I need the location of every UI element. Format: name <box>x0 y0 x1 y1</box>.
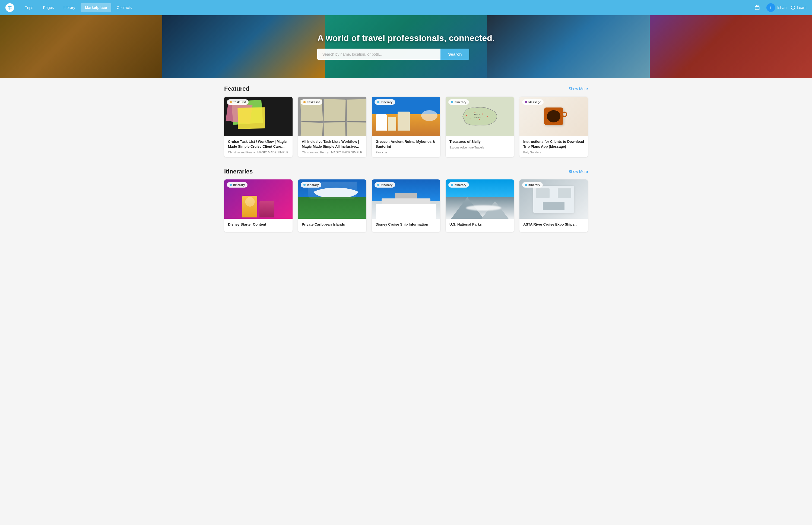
card-image-disney-cruise: Itinerary <box>372 179 440 219</box>
card-image-instructions-message: Message <box>519 96 588 136</box>
svg-text:SICILY: SICILY <box>474 117 481 119</box>
hero-section: A world of travel professionals, connect… <box>0 15 812 78</box>
card-title-cruise-task-list: Cruise Task List / Workflow | Magic Made… <box>228 139 289 149</box>
svg-point-6 <box>487 116 488 117</box>
nav-right: I Ishan i Learn <box>752 3 807 13</box>
itineraries-show-more[interactable]: Show More <box>569 169 588 174</box>
itineraries-section-header: Itineraries Show More <box>224 168 588 175</box>
svg-point-7 <box>479 119 480 120</box>
learn-label: Learn <box>797 5 807 10</box>
user-avatar: I <box>766 3 775 12</box>
search-button[interactable]: Search <box>441 49 469 60</box>
svg-point-9 <box>466 115 467 116</box>
card-badge-sicily-itinerary: Itinerary <box>448 99 469 105</box>
card-author-greece-itinerary: Exoticca <box>376 151 436 154</box>
card-title-greece-itinerary: Greece : Ancient Ruins, Mykonos & Santor… <box>376 139 436 149</box>
card-badge-disney-starter: Itinerary <box>227 182 247 188</box>
card-image-private-caribbean: Itinerary <box>298 179 366 219</box>
card-image-asta-river: Itinerary <box>519 179 588 219</box>
card-body-national-parks: U.S. National Parks <box>446 219 514 232</box>
svg-point-8 <box>470 118 471 119</box>
featured-cards-grid: Task List Cruise Task List / Workflow | … <box>224 96 588 157</box>
card-asta-river[interactable]: Itinerary ASTA River Cruise Expo Ships..… <box>519 179 588 232</box>
card-private-caribbean[interactable]: Itinerary Private Caribbean Islands <box>298 179 366 232</box>
card-body-cruise-task-list: Cruise Task List / Workflow | Magic Made… <box>224 136 293 157</box>
card-body-sicily-itinerary: Treasures of Sicily Exodus Adventure Tra… <box>446 136 514 152</box>
itineraries-title: Itineraries <box>224 168 253 175</box>
learn-button[interactable]: i Learn <box>791 5 807 10</box>
user-menu[interactable]: I Ishan <box>766 3 786 12</box>
card-body-all-inclusive-task-list: All Inclusive Task List / Workflow | Mag… <box>298 136 366 157</box>
hero-search-bar: Search <box>317 49 469 60</box>
svg-text:ITALY: ITALY <box>474 113 481 116</box>
featured-title: Featured <box>224 85 249 92</box>
svg-point-5 <box>482 114 483 115</box>
card-title-sicily-itinerary: Treasures of Sicily <box>449 139 510 144</box>
card-all-inclusive-task-list[interactable]: Task List All Inclusive Task List / Work… <box>298 96 366 157</box>
card-author-instructions-message: Katy Sanders <box>523 151 584 154</box>
card-title-disney-starter: Disney Starter Content <box>228 222 289 227</box>
card-badge-cruise-task-list: Task List <box>227 99 249 105</box>
nav-marketplace[interactable]: Marketplace <box>81 3 111 12</box>
card-image-disney-starter: Itinerary <box>224 179 293 219</box>
main-content: Featured Show More Task List Cruise Task… <box>219 78 593 251</box>
card-badge-disney-cruise: Itinerary <box>374 182 395 188</box>
card-author-sicily-itinerary: Exodus Adventure Travels <box>449 146 510 149</box>
card-author-all-inclusive-task-list: Christina and Penny | MAGIC MADE SIMPLE <box>302 151 363 154</box>
card-disney-starter[interactable]: Itinerary Disney Starter Content <box>224 179 293 232</box>
card-title-all-inclusive-task-list: All Inclusive Task List / Workflow | Mag… <box>302 139 363 149</box>
card-badge-national-parks: Itinerary <box>448 182 469 188</box>
user-name: Ishan <box>777 5 786 10</box>
card-body-private-caribbean: Private Caribbean Islands <box>298 219 366 232</box>
card-body-disney-cruise: Disney Cruise Ship Information <box>372 219 440 232</box>
featured-section-header: Featured Show More <box>224 85 588 92</box>
card-body-disney-starter: Disney Starter Content <box>224 219 293 232</box>
card-image-sicily-itinerary: ITALY SICILY Itinerary <box>446 96 514 136</box>
nav-contacts[interactable]: Contacts <box>112 3 136 12</box>
card-body-asta-river: ASTA River Cruise Expo Ships... <box>519 219 588 232</box>
search-input[interactable] <box>317 49 441 60</box>
card-cruise-task-list[interactable]: Task List Cruise Task List / Workflow | … <box>224 96 293 157</box>
card-author-cruise-task-list: Christina and Penny | MAGIC MADE SIMPLE <box>228 151 289 154</box>
card-title-national-parks: U.S. National Parks <box>449 222 510 227</box>
card-instructions-message[interactable]: Message Instructions for Clients to Down… <box>519 96 588 157</box>
card-badge-greece-itinerary: Itinerary <box>374 99 395 105</box>
card-national-parks[interactable]: Itinerary U.S. National Parks <box>446 179 514 232</box>
hero-content: A world of travel professionals, connect… <box>317 33 494 60</box>
card-image-cruise-task-list: Task List <box>224 96 293 136</box>
card-badge-asta-river: Itinerary <box>522 182 543 188</box>
card-greece-itinerary[interactable]: Itinerary Greece : Ancient Ruins, Mykono… <box>372 96 440 157</box>
nav-pages[interactable]: Pages <box>39 3 58 12</box>
card-title-disney-cruise: Disney Cruise Ship Information <box>376 222 436 227</box>
navbar: Trips Pages Library Marketplace Contacts… <box>0 0 812 15</box>
app-logo[interactable] <box>5 3 14 12</box>
nav-trips[interactable]: Trips <box>21 3 38 12</box>
featured-show-more[interactable]: Show More <box>569 87 588 91</box>
card-sicily-itinerary[interactable]: ITALY SICILY Itinerary Treasures <box>446 96 514 157</box>
card-title-asta-river: ASTA River Cruise Expo Ships... <box>523 222 584 227</box>
card-title-instructions-message: Instructions for Clients to Download Tri… <box>523 139 584 149</box>
notifications-button[interactable] <box>752 3 762 13</box>
card-disney-cruise[interactable]: Itinerary Disney Cruise Ship Information <box>372 179 440 232</box>
card-body-greece-itinerary: Greece : Ancient Ruins, Mykonos & Santor… <box>372 136 440 157</box>
svg-text:i: i <box>793 6 794 9</box>
svg-point-4 <box>474 112 475 113</box>
hero-title: A world of travel professionals, connect… <box>317 33 494 43</box>
card-image-greece-itinerary: Itinerary <box>372 96 440 136</box>
card-title-private-caribbean: Private Caribbean Islands <box>302 222 363 227</box>
card-image-all-inclusive-task-list: Task List <box>298 96 366 136</box>
card-image-national-parks: Itinerary <box>446 179 514 219</box>
nav-library[interactable]: Library <box>59 3 79 12</box>
card-badge-all-inclusive-task-list: Task List <box>301 99 322 105</box>
itineraries-cards-grid: Itinerary Disney Starter Content Itinera… <box>224 179 588 232</box>
nav-links: Trips Pages Library Marketplace Contacts <box>21 3 752 12</box>
card-badge-private-caribbean: Itinerary <box>301 182 321 188</box>
card-body-instructions-message: Instructions for Clients to Download Tri… <box>519 136 588 157</box>
card-badge-instructions-message: Message <box>522 99 543 105</box>
